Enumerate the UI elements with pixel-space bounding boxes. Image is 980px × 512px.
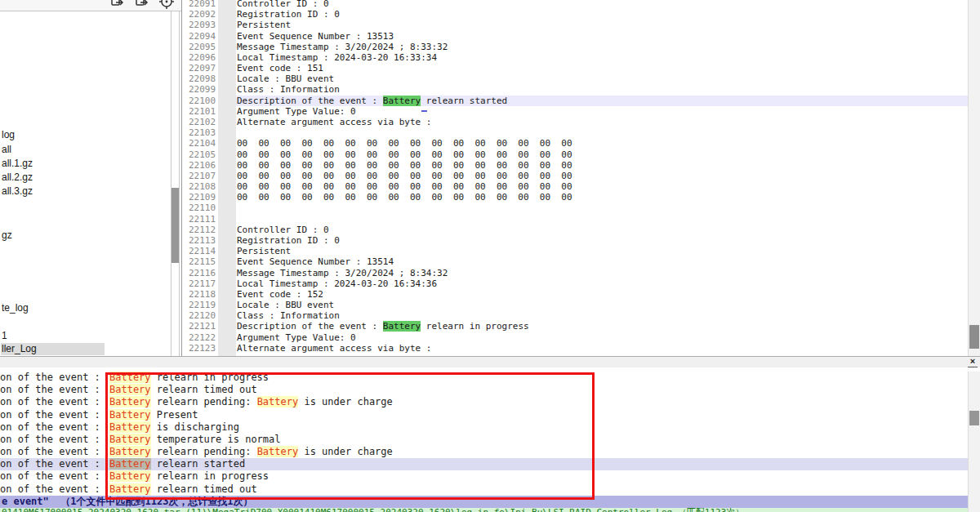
line-number: 22120 bbox=[189, 310, 216, 321]
editor-line[interactable]: 22094Event Sequence Number : 13513 bbox=[182, 31, 980, 42]
line-text: Locale : BBU event bbox=[237, 73, 334, 84]
sidebar-scrollbar-thumb[interactable] bbox=[172, 188, 179, 263]
editor-scrollbar-thumb[interactable] bbox=[969, 325, 979, 349]
search-result-line[interactable]: on of the event :Battery relearn in prog… bbox=[0, 372, 980, 384]
line-text: Class : Information bbox=[237, 84, 340, 95]
line-text: Event code : 152 bbox=[237, 289, 323, 300]
editor-line[interactable]: 22116Message Timestamp : 3/20/2024 ; 8:3… bbox=[182, 268, 980, 278]
editor-line[interactable]: 2210700 00 00 00 00 00 00 00 00 00 00 00… bbox=[182, 171, 980, 181]
log-editor-pane[interactable]: 22091Controller ID : 022092Registration … bbox=[182, 0, 980, 356]
export-log-icon[interactable] bbox=[109, 0, 127, 10]
editor-line[interactable]: 22118Event code : 152 bbox=[182, 289, 980, 300]
line-text: Class : Information bbox=[237, 310, 340, 321]
editor-line[interactable]: 22097Event code : 151 bbox=[182, 63, 980, 73]
search-results-panel[interactable]: on of the event :Battery relearn in prog… bbox=[0, 367, 980, 512]
editor-line[interactable]: 22121Description of the event : Battery … bbox=[182, 321, 980, 332]
editor-line[interactable]: 2210600 00 00 00 00 00 00 00 00 00 00 00… bbox=[182, 160, 980, 171]
result-text: Battery relearn timed out bbox=[109, 483, 257, 496]
line-text: Controller ID : 0 bbox=[237, 0, 329, 9]
editor-line[interactable]: 22117Local Timestamp : 2024-03-20 16:34:… bbox=[182, 278, 980, 289]
line-number: 22122 bbox=[189, 332, 216, 343]
editor-line[interactable]: 22123Alternate argument access via byte … bbox=[182, 343, 980, 354]
line-text: Locale : BBU event bbox=[237, 300, 334, 310]
search-file-header[interactable]: 01410M617000015-20240320-1620.tar (11)\M… bbox=[0, 508, 969, 512]
search-result-line[interactable]: on of the event :Battery relearn timed o… bbox=[0, 483, 980, 496]
search-result-line[interactable]: on of the event :Battery relearn started bbox=[0, 458, 980, 470]
editor-line[interactable]: 22099Class : Information bbox=[182, 84, 980, 95]
line-number: 22093 bbox=[189, 20, 216, 30]
line-text: Registration ID : 0 bbox=[237, 9, 340, 20]
line-number: 22116 bbox=[189, 268, 216, 278]
line-number: 22106 bbox=[189, 160, 216, 171]
editor-line[interactable]: 2210800 00 00 00 00 00 00 00 00 00 00 00… bbox=[182, 181, 980, 192]
editor-line[interactable]: 2210500 00 00 00 00 00 00 00 00 00 00 00… bbox=[182, 149, 980, 160]
sidebar-item[interactable]: 1 bbox=[1, 330, 11, 342]
sidebar-item[interactable]: all.2.gz bbox=[1, 171, 36, 184]
editor-vertical-scrollbar[interactable] bbox=[968, 0, 980, 356]
sidebar-item[interactable]: log bbox=[1, 129, 18, 141]
search-result-line[interactable]: on of the event :Battery is discharging bbox=[0, 421, 980, 434]
line-number: 22092 bbox=[189, 9, 216, 20]
sidebar-toolbar bbox=[0, 0, 181, 11]
editor-line[interactable]: 22092Registration ID : 0 bbox=[182, 9, 980, 20]
file-tree-pane: logallall.1.gzall.2.gzall.3.gzgzte_log1l… bbox=[0, 0, 182, 356]
editor-line[interactable]: 22102Alternate argument access via byte … bbox=[182, 117, 980, 127]
editor-line[interactable]: 22112Controller ID : 0 bbox=[182, 225, 980, 235]
editor-line[interactable]: 22111 bbox=[182, 214, 980, 225]
result-text: Battery relearn pending: Battery is unde… bbox=[109, 446, 393, 458]
editor-line[interactable]: 22114Persistent bbox=[182, 246, 980, 256]
log-viewer-window: 22091Controller ID : 022092Registration … bbox=[0, 0, 980, 512]
editor-line[interactable]: 2210400 00 00 00 00 00 00 00 00 00 00 00… bbox=[182, 138, 980, 149]
editor-line[interactable]: 2210900 00 00 00 00 00 00 00 00 00 00 00… bbox=[182, 192, 980, 203]
highlighted-match: Battery bbox=[257, 446, 299, 457]
editor-line[interactable]: 22115Event Sequence Number : 13514 bbox=[182, 256, 980, 267]
line-number: 22119 bbox=[189, 300, 216, 310]
search-result-line[interactable]: on of the event :Battery relearn pending… bbox=[0, 446, 980, 458]
line-text: Event Sequence Number : 13513 bbox=[237, 31, 394, 42]
editor-line[interactable]: 22103 bbox=[182, 127, 980, 138]
editor-line[interactable]: 22093Persistent bbox=[182, 20, 980, 30]
sidebar-item[interactable]: ller_Log bbox=[1, 343, 105, 355]
sidebar-item[interactable]: all.1.gz bbox=[1, 158, 36, 170]
result-prefix: on of the event : bbox=[0, 470, 100, 483]
highlighted-match: Battery bbox=[109, 372, 151, 383]
editor-line[interactable]: 22122Argument Type Value: 0 bbox=[182, 332, 980, 343]
search-result-line[interactable]: on of the event :Battery relearn pending… bbox=[0, 396, 980, 408]
editor-line[interactable]: 22091Controller ID : 0 bbox=[182, 0, 980, 9]
export-all-logs-icon[interactable] bbox=[134, 0, 152, 10]
line-text: 00 00 00 00 00 00 00 00 00 00 00 00 00 0… bbox=[237, 138, 572, 149]
editor-line[interactable]: 22120Class : Information bbox=[182, 310, 980, 321]
sidebar-item[interactable]: all.3.gz bbox=[1, 185, 36, 198]
line-number: 22108 bbox=[189, 181, 216, 192]
search-result-line[interactable]: on of the event :Battery Present bbox=[0, 409, 980, 421]
line-number: 22094 bbox=[189, 31, 216, 42]
editor-line[interactable]: 22113Registration ID : 0 bbox=[182, 235, 980, 246]
editor-line[interactable]: 22119Locale : BBU event bbox=[182, 300, 980, 310]
line-number: 22091 bbox=[189, 0, 216, 9]
highlighted-match: Battery bbox=[109, 458, 151, 470]
search-result-line[interactable]: on of the event :Battery relearn timed o… bbox=[0, 384, 980, 396]
sidebar-item[interactable]: gz bbox=[1, 229, 16, 242]
line-number: 22098 bbox=[189, 73, 216, 84]
results-vertical-scrollbar[interactable] bbox=[968, 372, 980, 512]
sidebar-item[interactable]: all bbox=[1, 144, 15, 156]
line-number: 22113 bbox=[189, 235, 216, 246]
editor-line[interactable]: 22100Description of the event : Battery … bbox=[182, 96, 980, 106]
editor-line[interactable]: 22096Local Timestamp : 2024-03-20 16:33:… bbox=[182, 52, 980, 63]
line-number: 22097 bbox=[189, 63, 216, 73]
search-result-line[interactable]: on of the event :Battery temperature is … bbox=[0, 434, 980, 446]
results-scrollbar-thumb[interactable] bbox=[969, 411, 979, 425]
editor-line[interactable]: 22098Locale : BBU event bbox=[182, 73, 980, 84]
sidebar-item[interactable]: te_log bbox=[1, 302, 32, 314]
locate-target-icon[interactable] bbox=[158, 0, 176, 10]
editor-lines: 22091Controller ID : 022092Registration … bbox=[182, 0, 980, 354]
result-text: Battery temperature is normal bbox=[109, 434, 281, 446]
close-icon[interactable]: × bbox=[968, 357, 978, 367]
editor-line[interactable]: 22110 bbox=[182, 203, 980, 213]
highlighted-match: Battery bbox=[257, 396, 299, 407]
highlighted-match: Battery bbox=[109, 396, 151, 407]
search-result-line[interactable]: on of the event :Battery relearn in prog… bbox=[0, 470, 980, 483]
sidebar-vertical-scrollbar[interactable] bbox=[171, 11, 180, 356]
editor-line[interactable]: 22095Message Timestamp : 3/20/2024 ; 8:3… bbox=[182, 42, 980, 52]
editor-line[interactable]: 22101Argument Type Value: 0 bbox=[182, 106, 980, 117]
